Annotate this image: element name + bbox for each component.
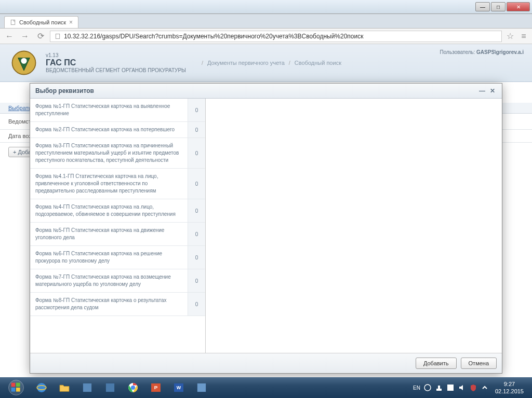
requisite-count: 0 — [188, 138, 205, 168]
requisite-list: Форма №1-ГП Статистическая карточка на в… — [30, 99, 206, 353]
page-icon — [10, 19, 16, 25]
modal-add-button[interactable]: Добавить — [416, 358, 457, 369]
requisite-detail — [206, 99, 502, 353]
svg-rect-8 — [16, 388, 20, 392]
sync-icon[interactable] — [423, 383, 432, 392]
modal-minimize-button[interactable]: — — [478, 87, 486, 95]
av-icon[interactable] — [469, 383, 477, 392]
url-input[interactable]: 10.32.32.216/gasps/DPU/Search?crumbs=Док… — [50, 31, 502, 42]
requisite-label: Форма №1-ГП Статистическая карточка на в… — [30, 99, 188, 121]
requisite-item[interactable]: Форма №4-ГП Статистическая карточка на л… — [30, 199, 205, 223]
taskbar-ie[interactable] — [31, 378, 52, 397]
requisite-label: Форма №5-ГП Статистическая карточка на д… — [30, 223, 188, 245]
taskbar-word[interactable]: W — [168, 378, 190, 397]
requisite-item[interactable]: Форма №8-ГП Статистическая карточка о ре… — [30, 293, 205, 316]
volume-icon[interactable] — [458, 383, 466, 392]
page-icon — [55, 33, 61, 39]
modal-overlay: Выбор реквизитов — ✕ Форма №1-ГП Статист… — [0, 44, 532, 377]
browser-tab-bar: Свободный поиск × — [0, 14, 532, 29]
system-tray: EN 9:27 02.12.2015 — [413, 380, 530, 395]
taskbar: P W EN 9:27 02.12.2015 — [0, 377, 532, 398]
requisite-count: 0 — [188, 223, 205, 245]
svg-rect-7 — [11, 388, 16, 392]
forward-button[interactable]: → — [19, 30, 31, 43]
modal-cancel-button[interactable]: Отмена — [461, 358, 497, 369]
window-titlebar: — □ ✕ — [0, 0, 532, 14]
star-button[interactable]: ☆ — [505, 31, 515, 42]
svg-rect-19 — [197, 383, 206, 392]
modal-footer: Добавить Отмена — [30, 353, 502, 373]
svg-text:W: W — [177, 385, 181, 390]
requisite-label: Форма №3-ГП Статистическая карточка на п… — [30, 138, 188, 168]
url-text: 10.32.32.216/gasps/DPU/Search?crumbs=Док… — [64, 33, 364, 40]
requisite-count: 0 — [188, 269, 205, 292]
clock[interactable]: 9:27 02.12.2015 — [492, 380, 527, 395]
ie-icon — [35, 381, 48, 394]
modal-close-button[interactable]: ✕ — [488, 87, 497, 95]
tab-close-button[interactable]: × — [69, 19, 73, 26]
svg-rect-0 — [11, 20, 15, 25]
requisite-item[interactable]: Форма №7-ГП Статистическая карточка на в… — [30, 269, 205, 293]
app-icon — [81, 381, 94, 394]
requisite-count: 0 — [188, 246, 205, 269]
requisite-item[interactable]: Форма №6-ГП Статистическая карточка на р… — [30, 246, 205, 269]
svg-point-14 — [131, 386, 135, 390]
window-minimize-button[interactable]: — — [475, 2, 490, 11]
requisite-label: Форма №4.1-ГП Статистическая карточка на… — [30, 169, 188, 199]
svg-point-9 — [37, 383, 46, 392]
taskbar-app2[interactable] — [99, 378, 121, 397]
tab-title: Свободный поиск — [19, 19, 66, 25]
start-button[interactable] — [2, 377, 30, 398]
chrome-icon — [126, 381, 140, 394]
requisite-count: 0 — [188, 169, 205, 199]
app-icon — [195, 381, 208, 394]
svg-text:P: P — [154, 385, 158, 390]
requisite-label: Форма №8-ГП Статистическая карточка о ре… — [30, 293, 188, 315]
requisite-item[interactable]: Форма №2-ГП Статистическая карточка на п… — [30, 122, 205, 138]
app-icon — [103, 381, 117, 394]
requisite-label: Форма №7-ГП Статистическая карточка на в… — [30, 269, 188, 292]
clock-date: 02.12.2015 — [495, 388, 524, 395]
svg-rect-5 — [11, 383, 16, 387]
requisite-item[interactable]: Форма №1-ГП Статистическая карточка на в… — [30, 99, 205, 122]
window-maximize-button[interactable]: □ — [491, 2, 506, 11]
reload-button[interactable]: ⟳ — [34, 30, 47, 43]
svg-rect-11 — [83, 383, 91, 392]
window-close-button[interactable]: ✕ — [507, 2, 530, 11]
svg-rect-1 — [56, 34, 60, 38]
taskbar-chrome[interactable] — [122, 378, 144, 397]
requisites-modal: Выбор реквизитов — ✕ Форма №1-ГП Статист… — [30, 83, 502, 374]
windows-logo-icon — [7, 379, 25, 396]
tray-arrow-icon[interactable] — [481, 383, 489, 392]
svg-rect-12 — [106, 383, 114, 392]
requisite-item[interactable]: Форма №3-ГП Статистическая карточка на п… — [30, 138, 205, 169]
taskbar-app3[interactable] — [191, 378, 212, 397]
lang-indicator[interactable]: EN — [413, 385, 420, 391]
back-button[interactable]: ← — [3, 30, 16, 43]
requisite-label: Форма №6-ГП Статистическая карточка на р… — [30, 246, 188, 269]
modal-header[interactable]: Выбор реквизитов — ✕ — [30, 84, 502, 99]
requisite-item[interactable]: Форма №5-ГП Статистическая карточка на д… — [30, 223, 205, 246]
browser-tab[interactable]: Свободный поиск × — [4, 16, 78, 28]
requisite-label: Форма №4-ГП Статистическая карточка на л… — [30, 199, 188, 222]
flag-icon[interactable] — [446, 383, 455, 392]
svg-rect-6 — [16, 383, 20, 387]
taskbar-powerpoint[interactable]: P — [145, 378, 167, 397]
network-icon[interactable] — [435, 383, 443, 392]
folder-icon — [58, 381, 71, 394]
powerpoint-icon: P — [149, 381, 163, 394]
word-icon: W — [172, 381, 185, 394]
svg-rect-23 — [447, 385, 454, 391]
menu-button[interactable]: ≡ — [518, 31, 529, 42]
taskbar-explorer[interactable] — [54, 378, 75, 397]
modal-title: Выбор реквизитов — [35, 87, 94, 94]
modal-body: Форма №1-ГП Статистическая карточка на в… — [30, 99, 502, 353]
browser-toolbar: ← → ⟳ 10.32.32.216/gasps/DPU/Search?crum… — [0, 29, 532, 44]
svg-rect-21 — [436, 389, 442, 391]
requisite-count: 0 — [188, 293, 205, 315]
svg-point-20 — [424, 385, 431, 391]
requisite-item[interactable]: Форма №4.1-ГП Статистическая карточка на… — [30, 169, 205, 199]
requisite-label: Форма №2-ГП Статистическая карточка на п… — [30, 122, 188, 138]
requisite-count: 0 — [188, 122, 205, 138]
taskbar-app1[interactable] — [76, 378, 98, 397]
